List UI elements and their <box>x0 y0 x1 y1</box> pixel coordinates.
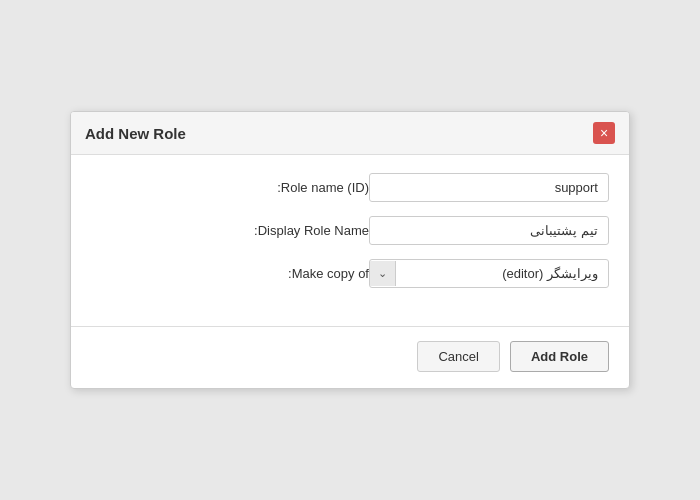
make-copy-row: Make copy of: ⌄ ویرایشگر (editor) <box>91 259 609 288</box>
dialog-divider <box>71 326 629 327</box>
display-role-row: Display Role Name: <box>91 216 609 245</box>
make-copy-select[interactable]: ویرایشگر (editor) <box>396 260 608 287</box>
chevron-down-icon: ⌄ <box>370 261 396 286</box>
display-role-label: Display Role Name: <box>254 223 369 238</box>
role-name-row: Role name (ID): <box>91 173 609 202</box>
role-name-input[interactable] <box>369 173 609 202</box>
add-role-button[interactable]: Add Role <box>510 341 609 372</box>
role-name-label: Role name (ID): <box>277 180 369 195</box>
make-copy-select-wrapper: ⌄ ویرایشگر (editor) <box>369 259 609 288</box>
cancel-button[interactable]: Cancel <box>417 341 499 372</box>
dialog-header: Add New Role × <box>71 112 629 155</box>
dialog-body: Role name (ID): Display Role Name: Make … <box>71 155 629 312</box>
add-role-dialog: Add New Role × Role name (ID): Display R… <box>70 111 630 389</box>
dialog-title: Add New Role <box>85 125 186 142</box>
close-button[interactable]: × <box>593 122 615 144</box>
dialog-footer: Cancel Add Role <box>71 341 629 388</box>
display-role-input[interactable] <box>369 216 609 245</box>
dialog-overlay: Add New Role × Role name (ID): Display R… <box>0 0 700 500</box>
make-copy-label: Make copy of: <box>288 266 369 281</box>
